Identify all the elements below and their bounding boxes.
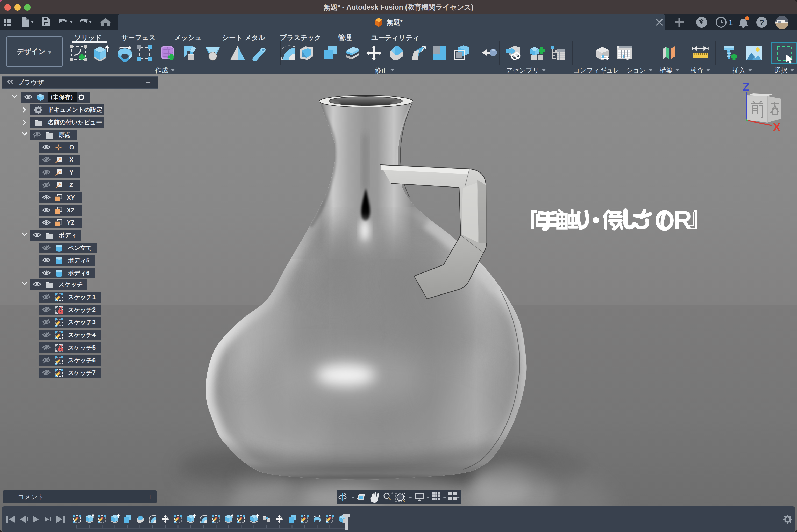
svg-text:R: R bbox=[673, 205, 692, 234]
svg-text:無題*: 無題* bbox=[386, 18, 403, 26]
svg-text:Z: Z bbox=[743, 81, 749, 93]
svg-text:X: X bbox=[773, 121, 780, 133]
svg-text:?: ? bbox=[759, 18, 764, 27]
svg-text:1: 1 bbox=[728, 18, 733, 27]
